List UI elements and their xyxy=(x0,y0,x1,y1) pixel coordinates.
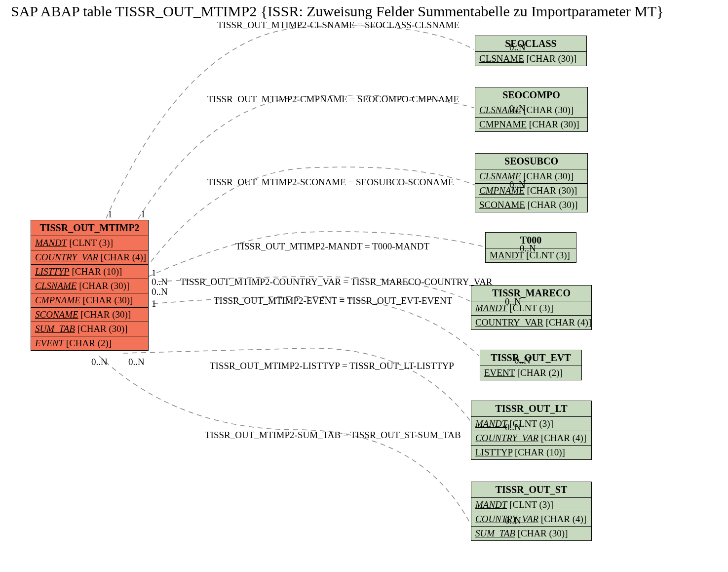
cardinality: 0..N xyxy=(509,179,526,190)
entity-tissr-out-evt: TISSR_OUT_EVT EVENT [CHAR (2)] xyxy=(480,350,582,380)
entity-field: SCONAME [CHAR (30)] xyxy=(31,308,148,322)
entity-field: MANDT [CLNT (3)] xyxy=(471,498,591,512)
relation-label: TISSR_OUT_MTIMP2-MANDT = T000-MANDT xyxy=(235,241,429,252)
entity-field: CMPNAME [CHAR (30)] xyxy=(475,118,587,131)
entity-field: COUNTRY_VAR [CHAR (4)] xyxy=(471,512,591,527)
cardinality: 0..N xyxy=(505,515,521,526)
relation-label: TISSR_OUT_MTIMP2-SUM_TAB = TISSR_OUT_ST-… xyxy=(205,430,461,441)
entity-field: CLSNAME [CHAR (30)] xyxy=(475,169,587,184)
relation-label: TISSR_OUT_MTIMP2-LISTTYP = TISSR_OUT_LT-… xyxy=(210,361,454,371)
entity-title: TISSR_OUT_LT xyxy=(471,401,591,417)
entity-tissr-out-mtimp2: TISSR_OUT_MTIMP2 MANDT [CLNT (3)] COUNTR… xyxy=(31,220,149,351)
entity-title: SEOSUBCO xyxy=(475,154,587,169)
entity-field: CMPNAME [CHAR (30)] xyxy=(31,293,148,308)
relation-label: TISSR_OUT_MTIMP2-COUNTRY_VAR = TISSR_MAR… xyxy=(180,277,493,287)
entity-title: SEOCLASS xyxy=(475,36,586,52)
entity-tissr-out-st: TISSR_OUT_ST MANDT [CLNT (3)] COUNTRY_VA… xyxy=(471,482,592,541)
entity-field: EVENT [CHAR (2)] xyxy=(31,336,148,350)
entity-field: SCONAME [CHAR (30)] xyxy=(475,198,587,212)
entity-field: MANDT [CLNT (3)] xyxy=(471,301,591,316)
cardinality: 0..N xyxy=(509,42,526,53)
entity-title: TISSR_OUT_ST xyxy=(471,482,591,498)
entity-tissr-mareco: TISSR_MARECO MANDT [CLNT (3)] COUNTRY_VA… xyxy=(471,285,592,330)
entity-field: CLSNAME [CHAR (30)] xyxy=(475,103,587,118)
cardinality: 0..N xyxy=(505,296,521,307)
entity-field: CLSNAME [CHAR (30)] xyxy=(475,52,586,66)
cardinality: 0..N xyxy=(128,357,145,368)
entity-seoclass: SEOCLASS CLSNAME [CHAR (30)] xyxy=(475,36,587,66)
cardinality: 1 xyxy=(152,298,156,309)
cardinality: 1 xyxy=(108,209,113,220)
entity-field: LISTTYP [CHAR (10)] xyxy=(471,446,591,459)
entity-tissr-out-lt: TISSR_OUT_LT MANDT [CLNT (3)] COUNTRY_VA… xyxy=(471,401,592,460)
entity-seosubco: SEOSUBCO CLSNAME [CHAR (30)] CMPNAME [CH… xyxy=(475,153,588,212)
relation-label: TISSR_OUT_MTIMP2-EVENT = TISSR_OUT_EVT-E… xyxy=(214,295,452,306)
relation-label: TISSR_OUT_MTIMP2-CMPNAME = SEOCOMPO-CMPN… xyxy=(207,94,459,105)
cardinality: 0..N xyxy=(505,422,521,433)
entity-field: CMPNAME [CHAR (30)] xyxy=(475,184,587,198)
cardinality: 0..N xyxy=(152,277,168,287)
entity-field: MANDT [CLNT (3)] xyxy=(471,417,591,431)
entity-field: COUNTRY_VAR [CHAR (4)] xyxy=(31,250,148,265)
cardinality: 1 xyxy=(141,209,146,220)
entity-field: CLSNAME [CHAR (30)] xyxy=(31,279,148,293)
entity-field: LISTTYP [CHAR (10)] xyxy=(31,265,148,279)
cardinality: 0..N xyxy=(91,357,108,368)
relation-label: TISSR_OUT_MTIMP2-CLSNAME = SEOCLASS-CLSN… xyxy=(217,20,460,31)
entity-field: SUM_TAB [CHAR (30)] xyxy=(31,322,148,336)
entity-seocompo: SEOCOMPO CLSNAME [CHAR (30)] CMPNAME [CH… xyxy=(475,87,588,132)
entity-title: TISSR_OUT_MTIMP2 xyxy=(31,220,148,236)
entity-field: COUNTRY_VAR [CHAR (4)] xyxy=(471,431,591,446)
entity-title: SEOCOMPO xyxy=(475,87,587,103)
entity-field: COUNTRY_VAR [CHAR (4)] xyxy=(471,316,591,329)
entity-field: EVENT [CHAR (2)] xyxy=(480,366,581,380)
entity-title: TISSR_MARECO xyxy=(471,286,591,301)
entity-field: MANDT [CLNT (3)] xyxy=(31,236,148,250)
cardinality: 0..N xyxy=(509,103,526,114)
cardinality: 0..N xyxy=(520,243,536,254)
cardinality: 0..N xyxy=(152,286,168,297)
page-title: SAP ABAP table TISSR_OUT_MTIMP2 {ISSR: Z… xyxy=(11,3,664,20)
cardinality: 0..N xyxy=(514,355,531,366)
relation-label: TISSR_OUT_MTIMP2-SCONAME = SEOSUBCO-SCON… xyxy=(207,177,454,188)
entity-field: SUM_TAB [CHAR (30)] xyxy=(471,527,591,540)
entity-title: TISSR_OUT_EVT xyxy=(480,350,581,366)
